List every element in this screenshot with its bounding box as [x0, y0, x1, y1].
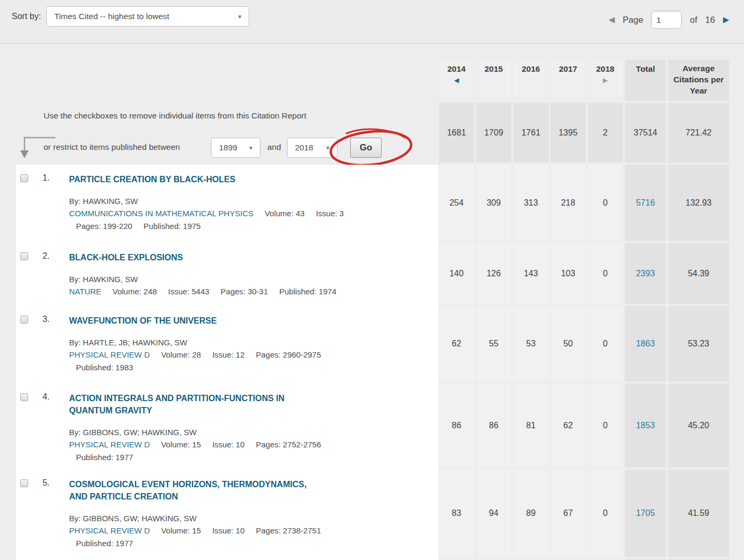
item-number: 2.	[43, 251, 49, 261]
citations-cell: 0	[588, 243, 623, 304]
citations-cell: 83	[439, 470, 474, 557]
average-cell: 54.39	[668, 243, 729, 304]
item-meta: Volume: 15	[161, 440, 201, 449]
item-meta: Volume: 15	[161, 526, 201, 535]
item-checkbox[interactable]	[20, 393, 28, 401]
go-button[interactable]: Go	[350, 138, 382, 158]
col-header-2016: 2016	[513, 60, 548, 101]
item-meta: Published: 1974	[279, 287, 336, 296]
item-title-link[interactable]: WAVEFUNCTION OF THE UNIVERSE	[69, 315, 413, 327]
citations-cell: 313	[513, 165, 548, 241]
citations-cell: 309	[476, 165, 511, 241]
item-authors: By: GIBBONS, GW; HAWKING, SW	[69, 427, 413, 438]
journal-link[interactable]: PHYSICAL REVIEW D	[69, 350, 150, 359]
item-checkbox[interactable]	[20, 174, 28, 182]
average-cell: 41.59	[668, 470, 729, 557]
from-year-select[interactable]: 1899 ▼	[211, 138, 260, 158]
citations-cell: 143	[513, 243, 548, 304]
page-number-input[interactable]	[651, 11, 682, 29]
total-citations-link[interactable]: 1863	[636, 339, 655, 349]
sort-by-select[interactable]: Times Cited -- highest to lowest ▼	[46, 6, 249, 27]
citation-report-screen: Sort by: Times Cited -- highest to lowes…	[0, 0, 744, 560]
citations-cell: 55	[476, 306, 511, 381]
next-page-icon[interactable]: ▶	[723, 15, 729, 24]
journal-link[interactable]: PHYSICAL REVIEW D	[69, 440, 150, 449]
item-meta: Published: 1977	[76, 453, 133, 462]
citations-cell: 62	[439, 306, 474, 381]
results-list: 1. PARTICLE CREATION BY BLACK-HOLES By: …	[16, 165, 438, 560]
citations-cell: 0	[588, 384, 623, 468]
pagination: ◀ Page of 16 ▶	[608, 11, 729, 29]
item-authors: By: GIBBONS, GW; HAWKING, SW	[69, 513, 413, 524]
item-title-link[interactable]: PARTICLE CREATION BY BLACK-HOLES	[69, 173, 413, 185]
item-title-link[interactable]: ACTION INTEGRALS AND PARTITION-FUNCTIONS…	[69, 392, 413, 417]
item-checkbox[interactable]	[20, 479, 28, 487]
totals-cell: 2	[588, 103, 623, 163]
citations-cell: 218	[551, 165, 586, 241]
citations-cell: 81	[513, 384, 548, 468]
citations-cell: 86	[476, 384, 511, 468]
item-number: 4.	[43, 392, 49, 402]
item-meta: Volume: 43	[265, 209, 305, 218]
to-year-select[interactable]: 2018 ▼	[287, 138, 337, 158]
page-label: Page	[623, 15, 644, 25]
chevron-down-icon: ▼	[237, 14, 242, 20]
sort-by-group: Sort by: Times Cited -- highest to lowes…	[12, 6, 249, 27]
item-title-link[interactable]: COSMOLOGICAL EVENT HORIZONS, THERMODYNAM…	[69, 478, 413, 503]
prev-page-icon[interactable]: ◀	[608, 15, 615, 24]
total-citations-link[interactable]: 5716	[636, 198, 655, 208]
total-pages: 16	[705, 15, 715, 25]
chevron-down-icon: ▼	[248, 145, 253, 151]
to-year-value: 2018	[295, 143, 313, 152]
citations-cell: 103	[551, 243, 586, 304]
restrict-instruction: or restrict to items published between	[44, 142, 180, 152]
sort-by-value: Times Cited -- highest to lowest	[54, 12, 170, 21]
average-cell: 45.20	[668, 384, 729, 468]
list-item: 5. COSMOLOGICAL EVENT HORIZONS, THERMODY…	[16, 470, 438, 557]
col-header-total: Total	[625, 60, 666, 101]
journal-link[interactable]: PHYSICAL REVIEW D	[69, 526, 150, 535]
of-label: of	[690, 15, 697, 25]
from-year-value: 1899	[219, 143, 237, 152]
item-title-link[interactable]: BLACK-HOLE EXPLOSIONS	[69, 251, 413, 264]
col-header-2015: 2015	[476, 60, 511, 101]
item-number: 5.	[43, 478, 49, 488]
average-cell: 53.23	[668, 306, 729, 381]
item-meta: Issue: 10	[212, 440, 244, 449]
total-citations-link[interactable]: 1705	[636, 508, 655, 518]
citations-cell: 254	[439, 165, 474, 241]
item-meta: Published: 1975	[143, 222, 201, 231]
item-meta: Pages: 2960-2975	[256, 350, 321, 359]
item-meta: Issue: 10	[212, 526, 244, 535]
journal-link[interactable]: NATURE	[69, 287, 102, 296]
journal-link[interactable]: COMMUNICATIONS IN MATHEMATICAL PHYSICS	[69, 209, 253, 218]
item-checkbox[interactable]	[20, 252, 28, 260]
col-header-2018: 2018 ▶	[588, 60, 623, 101]
item-checkbox[interactable]	[20, 316, 28, 324]
citations-cell: 53	[513, 306, 548, 381]
item-authors: By: HAWKING, SW	[69, 274, 413, 285]
list-item: 2. BLACK-HOLE EXPLOSIONS By: HAWKING, SW…	[16, 243, 438, 304]
citations-cell: 62	[551, 384, 586, 468]
citations-cell: 0	[588, 306, 623, 381]
totals-cell-average: 721.42	[668, 103, 729, 163]
checkbox-instruction: Use the checkboxes to remove individual …	[44, 111, 307, 121]
totals-cell: 1681	[439, 103, 474, 163]
list-item: 1. PARTICLE CREATION BY BLACK-HOLES By: …	[16, 165, 438, 241]
item-meta: Published: 1983	[76, 363, 133, 372]
and-label: and	[267, 142, 281, 152]
citations-table: 2014 ◀ 2015 2016 2017 2018 ▶ Total Avera…	[439, 60, 729, 560]
item-number: 1.	[43, 173, 49, 183]
col-header-2017: 2017	[551, 60, 586, 101]
citations-cell: 86	[439, 384, 474, 468]
totals-cell: 1761	[513, 103, 548, 163]
list-item: 3. WAVEFUNCTION OF THE UNIVERSE By: HART…	[16, 306, 438, 381]
scroll-years-left-icon[interactable]: ◀	[454, 77, 459, 84]
citations-cell: 67	[551, 470, 586, 557]
total-citations-link[interactable]: 1853	[636, 421, 655, 430]
citations-cell: 94	[476, 470, 511, 557]
item-meta: Pages: 2752-2756	[256, 440, 321, 449]
scroll-years-right-icon[interactable]: ▶	[603, 77, 607, 84]
total-citations-link[interactable]: 2393	[636, 269, 655, 278]
item-meta: Pages: 2738-2751	[256, 526, 321, 535]
